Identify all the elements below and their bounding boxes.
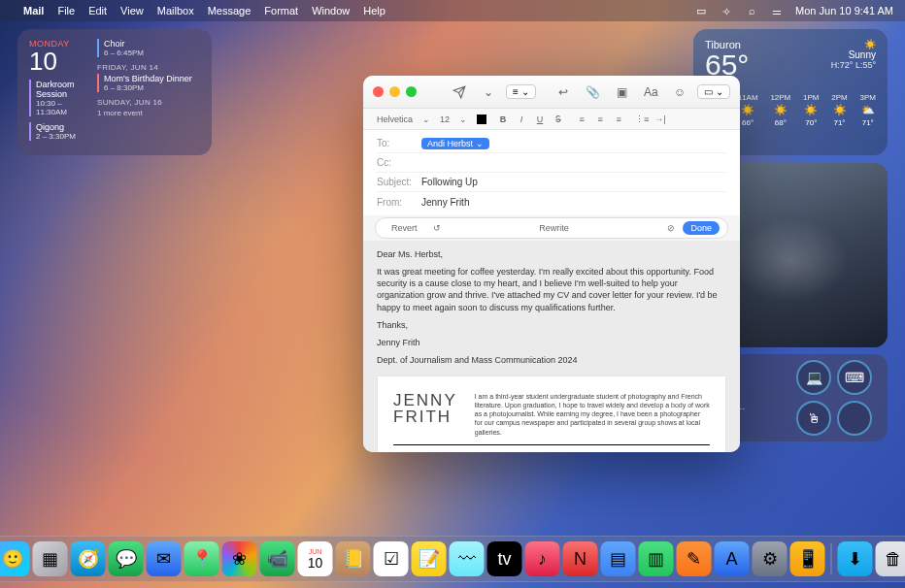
calendar-item-time: 6 – 8:30PM bbox=[104, 83, 200, 92]
align-center-icon[interactable]: ≡ bbox=[593, 113, 607, 126]
mail-compose-window: ⌄ ≡ ⌄ ↩ 📎 ▣ Aa ☺ ▭ ⌄ Helvetica ⌄ 12 ⌄ B … bbox=[363, 76, 740, 452]
dock-app-messages[interactable]: 💬 bbox=[109, 541, 144, 576]
dock-app-freeform[interactable]: 〰 bbox=[450, 541, 485, 576]
zoom-button[interactable] bbox=[406, 86, 417, 97]
indent-button[interactable]: →| bbox=[654, 113, 667, 126]
body-paragraph: It was great meeting for coffee yesterda… bbox=[377, 266, 726, 313]
rewrite-title: Rewrite bbox=[449, 223, 660, 233]
dock-app-photos[interactable]: ❀ bbox=[222, 541, 257, 576]
font-select-chevron-icon[interactable]: ⌄ bbox=[422, 114, 430, 124]
menu-help[interactable]: Help bbox=[363, 5, 385, 16]
to-recipient-token[interactable]: Andi Herbst ⌄ bbox=[421, 138, 489, 149]
menu-edit[interactable]: Edit bbox=[88, 5, 107, 16]
dock-app-mail[interactable]: ✉ bbox=[147, 541, 182, 576]
weather-hour: 11AM☀️66° bbox=[738, 93, 758, 127]
calendar-item-title: Choir bbox=[104, 39, 200, 49]
mail-body[interactable]: Dear Ms. Herbst, It was great meeting fo… bbox=[363, 241, 740, 452]
body-signature-line: Dept. of Journalism and Mass Communicati… bbox=[377, 354, 726, 366]
font-select[interactable]: Helvetica bbox=[377, 114, 413, 124]
dock-app-settings[interactable]: ⚙ bbox=[753, 541, 788, 576]
align-right-icon[interactable]: ≡ bbox=[612, 113, 625, 126]
format-text-icon[interactable]: Aa bbox=[639, 82, 662, 102]
size-select-chevron-icon[interactable]: ⌄ bbox=[459, 114, 467, 124]
dock-app-launchpad[interactable]: ▦ bbox=[33, 541, 68, 576]
dock-app-pages[interactable]: ✎ bbox=[677, 541, 712, 576]
dock-app-keynote[interactable]: ▤ bbox=[601, 541, 636, 576]
subject-field[interactable]: Following Up bbox=[421, 177, 478, 187]
dock-app-safari[interactable]: 🧭 bbox=[71, 541, 106, 576]
calendar-widget[interactable]: MONDAY 10 Darkroom Session 10:30 – 11:30… bbox=[17, 29, 212, 155]
italic-button[interactable]: I bbox=[515, 113, 528, 126]
calendar-event-time: 10:30 – 11:30AM bbox=[36, 99, 87, 116]
menu-format[interactable]: Format bbox=[264, 5, 298, 16]
attach-icon[interactable]: 📎 bbox=[581, 82, 604, 102]
revert-button[interactable]: Revert bbox=[384, 221, 425, 235]
calendar-day-number: 10 bbox=[29, 49, 87, 74]
photo-browser-icon[interactable]: ▣ bbox=[610, 82, 633, 102]
dock-app-contacts[interactable]: 📒 bbox=[336, 541, 371, 576]
window-titlebar[interactable]: ⌄ ≡ ⌄ ↩ 📎 ▣ Aa ☺ ▭ ⌄ bbox=[363, 76, 740, 109]
menu-app[interactable]: Mail bbox=[23, 5, 44, 16]
undo-arrow-icon[interactable]: ↺ bbox=[431, 222, 443, 234]
attachment-preview: JENNY FRITH I am a third-year student un… bbox=[377, 376, 726, 452]
dock-app-finder[interactable]: 🙂 bbox=[0, 541, 30, 576]
calendar-item-title: Mom's Birthday Dinner bbox=[104, 74, 200, 83]
device-circle-mouse-icon: 🖱 bbox=[796, 401, 831, 436]
list-button[interactable]: ⋮≡ bbox=[635, 113, 649, 126]
device-circle-keyboard-icon: ⌨ bbox=[837, 360, 872, 395]
strikethrough-button[interactable]: S̶ bbox=[552, 113, 565, 126]
dock-downloads[interactable]: ⬇ bbox=[838, 541, 873, 576]
calendar-section-header: SUNDAY, JUN 16 bbox=[97, 98, 200, 107]
dock-app-reminders[interactable]: ☑ bbox=[374, 541, 409, 576]
dock-app-facetime[interactable]: 📹 bbox=[260, 541, 295, 576]
header-fields-dropdown[interactable]: ≡ ⌄ bbox=[506, 84, 536, 99]
done-button[interactable]: Done bbox=[683, 221, 720, 235]
align-left-icon[interactable]: ≡ bbox=[575, 113, 588, 126]
search-icon[interactable]: ⌕ bbox=[745, 4, 758, 17]
markup-dropdown[interactable]: ▭ ⌄ bbox=[697, 84, 730, 99]
menubar-datetime[interactable]: Mon Jun 10 9:41 AM bbox=[795, 5, 893, 16]
calendar-event-title: Qigong bbox=[36, 122, 87, 132]
cc-label: Cc: bbox=[377, 157, 421, 168]
dock-app-music[interactable]: ♪ bbox=[525, 541, 560, 576]
dock-app-calendar[interactable]: JUN10 bbox=[298, 541, 333, 576]
dock-app-numbers[interactable]: ▥ bbox=[639, 541, 674, 576]
battery-icon[interactable]: ▭ bbox=[694, 4, 708, 17]
send-button[interactable] bbox=[448, 82, 471, 102]
underline-button[interactable]: U bbox=[533, 113, 547, 126]
menu-window[interactable]: Window bbox=[312, 5, 350, 16]
bold-button[interactable]: B bbox=[496, 113, 510, 126]
dock: 🙂 ▦ 🧭 💬 ✉ 📍 ❀ 📹 JUN10 📒 ☑ 📝 〰 tv ♪ N ▤ ▥… bbox=[0, 536, 905, 582]
close-button[interactable] bbox=[373, 86, 384, 97]
device-circle-empty bbox=[837, 401, 872, 436]
calendar-more-events: 1 more event bbox=[97, 109, 200, 117]
dock-app-news[interactable]: N bbox=[563, 541, 598, 576]
minimize-button[interactable] bbox=[389, 86, 400, 97]
font-size-select[interactable]: 12 bbox=[440, 114, 450, 124]
emoji-icon[interactable]: ☺ bbox=[668, 82, 691, 102]
menu-message[interactable]: Message bbox=[208, 5, 251, 16]
menu-file[interactable]: File bbox=[57, 5, 75, 16]
format-bar: Helvetica ⌄ 12 ⌄ B I U S̶ ≡ ≡ ≡ ⋮≡ →| bbox=[363, 109, 740, 130]
dock-trash[interactable]: 🗑 bbox=[876, 541, 906, 576]
rewrite-action-icon[interactable]: ⊘ bbox=[665, 222, 677, 234]
text-color-picker[interactable] bbox=[477, 114, 486, 124]
reply-icon[interactable]: ↩ bbox=[552, 82, 575, 102]
attachment-bio: I am a third-year student undergraduate … bbox=[475, 392, 710, 436]
calendar-item-time: 6 – 6:45PM bbox=[104, 49, 200, 57]
weather-hour: 3PM⛅71° bbox=[860, 93, 876, 127]
calendar-section-header: FRIDAY, JUN 14 bbox=[97, 63, 200, 72]
from-field[interactable]: Jenny Frith bbox=[421, 197, 469, 208]
dock-app-appstore[interactable]: A bbox=[715, 541, 750, 576]
dock-app-iphone-mirror[interactable]: 📱 bbox=[790, 541, 825, 576]
dock-app-tv[interactable]: tv bbox=[487, 541, 522, 576]
menu-view[interactable]: View bbox=[120, 5, 144, 16]
weather-hour: 12PM☀️68° bbox=[770, 93, 790, 127]
wifi-icon[interactable]: ⟢ bbox=[720, 4, 733, 17]
dock-app-maps[interactable]: 📍 bbox=[184, 541, 219, 576]
chevron-down-icon[interactable]: ⌄ bbox=[477, 82, 500, 102]
weather-hilo: H:72° L:55° bbox=[831, 60, 876, 70]
menu-mailbox[interactable]: Mailbox bbox=[157, 5, 194, 16]
dock-app-notes[interactable]: 📝 bbox=[412, 541, 447, 576]
control-center-icon[interactable]: ⚌ bbox=[770, 4, 784, 17]
